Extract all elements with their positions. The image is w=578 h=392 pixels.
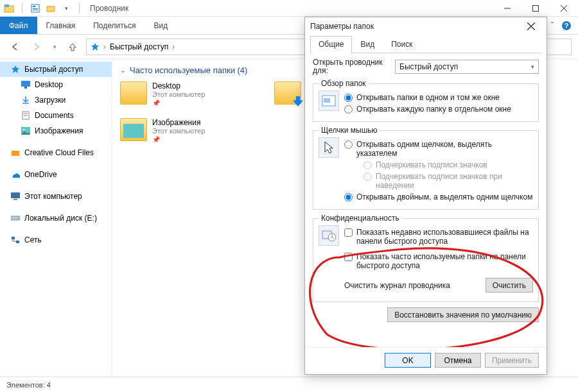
sidebar-item-label: Creative Cloud Files	[24, 148, 94, 157]
ribbon-tab-home[interactable]: Главная	[37, 17, 85, 34]
ribbon-tab-view[interactable]: Вид	[144, 17, 177, 34]
status-text: Элементов: 4	[6, 381, 51, 389]
apply-button[interactable]: Применить	[485, 353, 539, 368]
checkbox-frequent-folders[interactable]: Показать часто используемые папки на пан…	[344, 252, 533, 270]
svg-rect-8	[533, 5, 539, 11]
checkbox-recent-files[interactable]: Показать недавно использовавшиеся файлы …	[344, 228, 533, 246]
open-explorer-for-label: Открыть проводник для:	[313, 58, 390, 75]
tab-general[interactable]: Общие	[310, 36, 352, 53]
star-icon	[10, 64, 21, 74]
folder-item[interactable]: Desktop Этот компьютер 📌	[120, 81, 261, 107]
sidebar-quick-access[interactable]: Быстрый доступ	[0, 62, 112, 77]
option-label: Подчеркивать подписи значков	[376, 160, 487, 169]
minimize-button[interactable]	[493, 0, 521, 17]
status-bar: Элементов: 4	[0, 377, 578, 392]
svg-rect-32	[324, 98, 330, 103]
address-quickaccess-icon	[91, 42, 100, 51]
ribbon-tab-share[interactable]: Поделиться	[84, 17, 144, 34]
group-click-items: Щелчки мышью Открывать одним щелчком, вы…	[313, 126, 539, 210]
radio-new-window[interactable]: Открывать каждую папку в отдельном окне	[344, 105, 533, 114]
nav-recent-dropdown[interactable]: ▾	[50, 38, 59, 55]
radio-single-click[interactable]: Открывать одним щелчком, выделять указат…	[344, 140, 533, 158]
svg-rect-27	[12, 237, 15, 239]
dialog-titlebar: Параметры папок	[305, 17, 547, 35]
dialog-close-button[interactable]	[521, 19, 541, 34]
dialog-title: Параметры папок	[310, 22, 374, 31]
help-icon[interactable]: ?	[561, 21, 572, 31]
restore-defaults-button[interactable]: Восстановить значения по умолчанию	[387, 307, 539, 322]
sidebar-item-network[interactable]: Сеть	[0, 232, 112, 248]
qat-customize-dropdown[interactable]: ▾	[60, 2, 73, 15]
svg-rect-15	[21, 81, 30, 87]
browse-folders-icon	[319, 90, 339, 111]
explorer-app-icon	[3, 2, 15, 15]
breadcrumb-sep: ›	[103, 42, 106, 51]
sidebar-item-desktop[interactable]: Desktop	[0, 77, 112, 92]
nav-back-button[interactable]	[6, 38, 23, 55]
onedrive-icon	[10, 169, 21, 180]
tab-search[interactable]: Поиск	[383, 36, 421, 53]
download-icon	[21, 95, 31, 105]
sidebar-item-downloads[interactable]: Загрузки	[0, 92, 112, 108]
group-legend: Щелчки мышью	[319, 126, 380, 135]
sidebar-item-label: Этот компьютер	[24, 192, 82, 201]
sidebar-item-label: Изображения	[35, 126, 83, 135]
sidebar-item-label: Локальный диск (E:)	[24, 214, 97, 223]
close-button[interactable]	[550, 0, 578, 17]
ribbon-tab-file[interactable]: Файл	[0, 17, 37, 34]
nav-up-button[interactable]	[64, 38, 81, 55]
privacy-icon	[319, 225, 339, 246]
drive-icon	[10, 213, 21, 223]
svg-rect-6	[47, 6, 55, 12]
sidebar-item-local-disk[interactable]: Локальный диск (E:)	[0, 210, 112, 226]
cancel-button[interactable]: Отмена	[435, 353, 481, 368]
sidebar-item-documents[interactable]: Documents	[0, 108, 112, 123]
clear-history-label: Очистить журнал проводника	[344, 281, 450, 290]
nav-pane: Быстрый доступ Desktop Загрузки Document…	[0, 59, 112, 377]
svg-rect-4	[33, 8, 38, 9]
nav-forward-button[interactable]	[28, 38, 45, 55]
maximize-button[interactable]	[521, 0, 550, 17]
option-label: Показать часто используемые папки на пан…	[356, 252, 533, 270]
group-legend: Обзор папок	[319, 79, 369, 88]
folder-sub: Этот компьютер	[152, 90, 205, 98]
qat-newfolder-icon[interactable]	[44, 2, 57, 15]
folder-sub: Этот компьютер	[152, 127, 205, 135]
dialog-tabs: Общие Вид Поиск	[310, 35, 541, 53]
svg-text:?: ?	[565, 22, 569, 30]
ribbon-collapse-icon[interactable]: ˇ	[551, 21, 554, 30]
radio-same-window[interactable]: Открывать папки в одном и том же окне	[344, 93, 533, 102]
sidebar-item-onedrive[interactable]: OneDrive	[0, 167, 112, 182]
breadcrumb-root[interactable]: Быстрый доступ	[110, 42, 168, 51]
group-legend: Конфиденциальность	[319, 214, 402, 223]
sidebar-item-label: Desktop	[35, 80, 63, 89]
picture-icon	[21, 126, 31, 136]
option-label: Показать недавно использовавшиеся файлы …	[356, 228, 533, 246]
svg-rect-24	[13, 199, 17, 200]
titlebar: ▾ Проводник	[0, 0, 578, 17]
folder-item[interactable]: Изображения Этот компьютер 📌	[120, 118, 261, 143]
network-icon	[10, 235, 21, 245]
sidebar-item-this-pc[interactable]: Этот компьютер	[0, 189, 112, 204]
clear-history-button[interactable]: Очистить	[486, 278, 533, 293]
desktop-icon	[21, 80, 31, 90]
open-explorer-for-combo[interactable]: Быстрый доступ ▾	[395, 60, 539, 74]
folder-name: Desktop	[152, 81, 205, 90]
option-label: Открывать каждую папку в отдельном окне	[356, 105, 511, 114]
ok-button[interactable]: OK	[385, 353, 431, 368]
sidebar-item-label: OneDrive	[24, 170, 57, 179]
svg-point-26	[17, 217, 19, 219]
sidebar-item-pictures[interactable]: Изображения	[0, 123, 112, 139]
option-label: Подчеркивать подписи значков при наведен…	[376, 172, 533, 190]
qat-properties-icon[interactable]	[29, 2, 42, 15]
sidebar-item-label: Сеть	[24, 235, 42, 244]
radio-underline-icons: Подчеркивать подписи значков	[363, 160, 533, 169]
tab-view[interactable]: Вид	[352, 36, 383, 53]
breadcrumb-sep: ›	[172, 42, 175, 51]
chevron-down-icon: ▾	[531, 64, 534, 70]
option-label: Открывать двойным, а выделять одним щелч…	[356, 192, 532, 201]
document-icon	[21, 110, 31, 121]
radio-double-click[interactable]: Открывать двойным, а выделять одним щелч…	[344, 192, 533, 201]
sidebar-item-creative-cloud[interactable]: Creative Cloud Files	[0, 145, 112, 160]
window-title: Проводник	[90, 4, 128, 13]
